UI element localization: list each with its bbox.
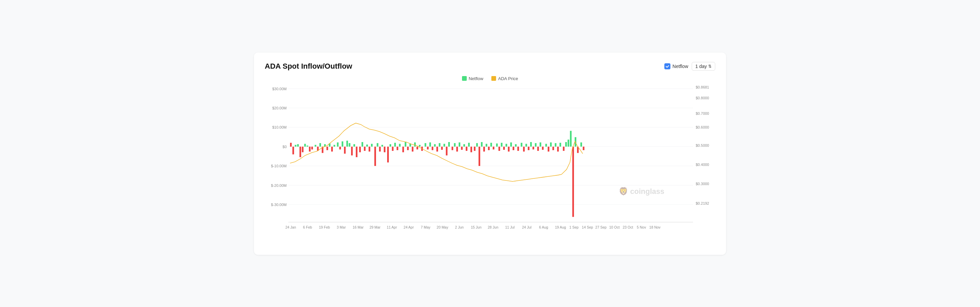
svg-text:24 Apr: 24 Apr xyxy=(404,225,414,229)
svg-text:15 Jun: 15 Jun xyxy=(471,225,482,229)
svg-rect-76 xyxy=(419,145,420,146)
svg-rect-100 xyxy=(479,146,480,166)
svg-rect-57 xyxy=(371,144,373,146)
svg-rect-83 xyxy=(436,146,438,152)
svg-text:19 Feb: 19 Feb xyxy=(319,225,330,229)
svg-text:24 Jul: 24 Jul xyxy=(522,225,531,229)
timeframe-selector[interactable]: 1 day ⇅ xyxy=(692,62,715,71)
svg-rect-109 xyxy=(501,143,503,146)
svg-text:$30.00M: $30.00M xyxy=(272,87,286,90)
svg-text:3 Mar: 3 Mar xyxy=(337,225,346,229)
svg-rect-53 xyxy=(361,142,363,147)
legend-price: ADA Price xyxy=(492,76,518,81)
svg-text:14 Sep: 14 Sep xyxy=(582,225,593,229)
svg-text:$0.4000: $0.4000 xyxy=(696,162,709,166)
svg-rect-129 xyxy=(550,142,552,147)
svg-rect-41 xyxy=(331,146,333,152)
svg-rect-32 xyxy=(309,146,310,152)
svg-rect-42 xyxy=(334,145,335,146)
main-chart-svg: $30.00M $20.00M $10.00M $0 $-10.00M $-20… xyxy=(265,85,715,247)
price-line xyxy=(290,123,583,181)
svg-rect-111 xyxy=(506,144,507,146)
svg-rect-25 xyxy=(293,146,294,154)
svg-rect-85 xyxy=(441,146,443,149)
svg-rect-24 xyxy=(290,143,292,146)
svg-rect-126 xyxy=(542,146,544,149)
svg-text:18 Nov: 18 Nov xyxy=(649,225,661,229)
svg-rect-43 xyxy=(337,142,339,147)
svg-rect-68 xyxy=(399,144,401,146)
svg-text:10 Oct: 10 Oct xyxy=(609,225,620,229)
svg-text:7 May: 7 May xyxy=(421,225,431,229)
chart-svg-wrap: $30.00M $20.00M $10.00M $0 $-10.00M $-20… xyxy=(265,85,715,248)
svg-rect-66 xyxy=(394,143,396,146)
svg-rect-105 xyxy=(490,143,492,146)
svg-rect-134 xyxy=(563,146,565,151)
svg-rect-122 xyxy=(533,146,534,149)
svg-text:$-30.00M: $-30.00M xyxy=(271,202,286,206)
svg-rect-26 xyxy=(295,145,296,146)
svg-text:$0.8000: $0.8000 xyxy=(696,96,709,100)
svg-rect-130 xyxy=(552,146,554,150)
svg-rect-34 xyxy=(315,145,316,146)
svg-rect-138 xyxy=(572,146,574,217)
svg-rect-65 xyxy=(392,146,393,151)
svg-rect-133 xyxy=(560,143,561,146)
svg-rect-115 xyxy=(515,144,517,146)
svg-text:$0.3000: $0.3000 xyxy=(696,182,709,186)
legend-netflow: Netflow xyxy=(462,76,483,81)
chart-header: ADA Spot Inflow/Outflow Netflow 1 day ⇅ xyxy=(265,62,715,71)
svg-rect-55 xyxy=(366,144,368,146)
svg-rect-60 xyxy=(379,146,381,152)
watermark-text: 🦁 coinglass xyxy=(619,187,664,196)
svg-text:$0.7000: $0.7000 xyxy=(696,111,709,115)
svg-rect-142 xyxy=(583,146,584,150)
svg-rect-91 xyxy=(456,146,458,152)
svg-rect-71 xyxy=(407,146,409,150)
svg-rect-110 xyxy=(503,146,505,149)
svg-rect-33 xyxy=(311,146,313,149)
svg-rect-46 xyxy=(344,146,346,154)
chart-container: ADA Spot Inflow/Outflow Netflow 1 day ⇅ … xyxy=(254,52,726,255)
svg-rect-96 xyxy=(468,143,470,146)
svg-text:16 Mar: 16 Mar xyxy=(353,225,364,229)
svg-rect-67 xyxy=(396,146,398,150)
svg-rect-70 xyxy=(405,142,406,147)
svg-rect-94 xyxy=(463,144,465,146)
netflow-toggle[interactable]: Netflow xyxy=(664,63,688,70)
svg-rect-58 xyxy=(374,146,376,166)
svg-rect-78 xyxy=(425,143,426,146)
svg-rect-127 xyxy=(545,144,547,146)
svg-rect-75 xyxy=(417,146,418,149)
svg-rect-90 xyxy=(454,143,456,146)
svg-rect-86 xyxy=(444,144,445,146)
svg-rect-106 xyxy=(493,146,495,149)
svg-rect-69 xyxy=(402,146,404,152)
svg-rect-132 xyxy=(557,146,559,152)
svg-rect-137 xyxy=(570,131,572,146)
svg-rect-116 xyxy=(517,146,519,151)
svg-text:20 May: 20 May xyxy=(437,225,449,229)
legend-price-label: ADA Price xyxy=(498,76,518,81)
svg-rect-79 xyxy=(427,146,429,149)
svg-rect-135 xyxy=(565,142,567,147)
header-controls: Netflow 1 day ⇅ xyxy=(664,62,715,71)
svg-text:2 Jun: 2 Jun xyxy=(455,225,464,229)
svg-rect-128 xyxy=(548,146,549,152)
svg-text:$10.00M: $10.00M xyxy=(272,125,286,129)
checkbox-icon[interactable] xyxy=(664,63,670,70)
svg-text:29 Mar: 29 Mar xyxy=(370,225,381,229)
svg-text:$0.5000: $0.5000 xyxy=(696,143,709,147)
svg-rect-51 xyxy=(356,146,358,157)
chevron-up-down-icon: ⇅ xyxy=(708,64,711,69)
svg-rect-119 xyxy=(525,144,527,146)
svg-rect-73 xyxy=(412,146,414,152)
svg-rect-99 xyxy=(476,143,478,146)
svg-rect-107 xyxy=(496,143,498,146)
svg-rect-28 xyxy=(299,146,301,157)
svg-rect-61 xyxy=(382,145,383,146)
svg-rect-102 xyxy=(483,146,485,152)
svg-rect-74 xyxy=(414,142,416,147)
svg-rect-120 xyxy=(528,146,530,150)
svg-text:6 Feb: 6 Feb xyxy=(303,225,312,229)
